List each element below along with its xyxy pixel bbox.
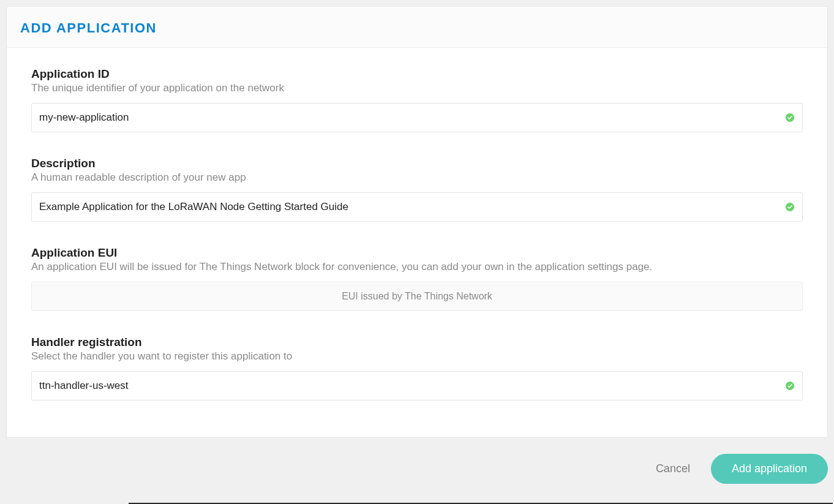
- check-circle-icon: [786, 203, 794, 211]
- check-circle-icon: [786, 382, 794, 390]
- cancel-button[interactable]: Cancel: [652, 455, 694, 483]
- description-input[interactable]: [31, 192, 803, 222]
- field-description: Description A human readable description…: [31, 157, 803, 222]
- app-id-label: Application ID: [31, 67, 803, 81]
- app-eui-readonly-text: EUI issued by The Things Network: [342, 291, 492, 302]
- app-id-input-wrap: [31, 103, 803, 132]
- field-application-eui: Application EUI An application EUI will …: [31, 246, 803, 311]
- page-title: ADD APPLICATION: [20, 20, 814, 36]
- handler-help: Select the handler you want to register …: [31, 350, 803, 363]
- handler-select[interactable]: [31, 371, 803, 401]
- description-input-wrap: [31, 192, 803, 222]
- page: ADD APPLICATION Application ID The uniqu…: [0, 6, 834, 495]
- card-body: Application ID The unique identifier of …: [7, 48, 827, 437]
- app-eui-readonly: EUI issued by The Things Network: [31, 282, 803, 311]
- app-id-help: The unique identifier of your applicatio…: [31, 82, 803, 94]
- check-circle-icon: [786, 113, 794, 122]
- app-eui-help: An application EUI will be issued for Th…: [31, 261, 803, 273]
- app-id-input[interactable]: [31, 103, 803, 132]
- form-card: ADD APPLICATION Application ID The uniqu…: [6, 6, 828, 438]
- handler-input-wrap: [31, 371, 803, 401]
- card-header: ADD APPLICATION: [7, 7, 827, 48]
- field-handler: Handler registration Select the handler …: [31, 336, 803, 401]
- description-label: Description: [31, 157, 803, 170]
- handler-label: Handler registration: [31, 336, 803, 349]
- add-application-button[interactable]: Add application: [711, 454, 828, 484]
- description-help: A human readable description of your new…: [31, 171, 803, 184]
- footer-bar: Cancel Add application: [6, 449, 828, 484]
- field-application-id: Application ID The unique identifier of …: [31, 67, 803, 132]
- app-eui-label: Application EUI: [31, 246, 803, 260]
